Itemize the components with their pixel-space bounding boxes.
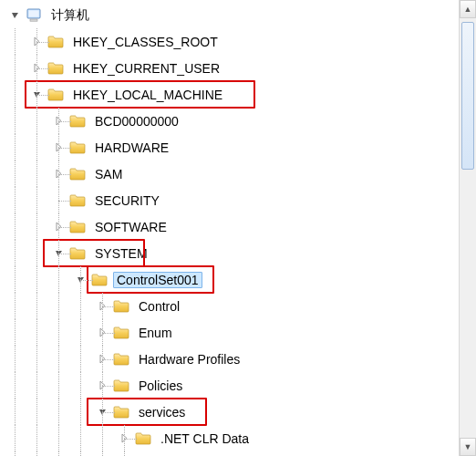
toggle-hwprofiles[interactable]	[91, 346, 113, 372]
toggle-control[interactable]	[91, 293, 113, 319]
tree-item-controlset001[interactable]: ControlSet001	[4, 266, 472, 293]
tree-label: SOFTWARE	[91, 219, 171, 235]
folder-icon	[69, 166, 86, 182]
scroll-track[interactable]	[460, 18, 476, 438]
registry-tree: 计算机 HKEY_CLASSES_ROOT HKEY_CURRENT_USER …	[0, 0, 476, 456]
toggle-system[interactable]	[47, 240, 69, 266]
scroll-down-button[interactable]: ▼	[460, 438, 476, 456]
tree-label: .NET CLR Data	[157, 430, 253, 447]
toggle-computer[interactable]	[4, 2, 26, 28]
toggle-software[interactable]	[47, 213, 69, 240]
toggle-controlset001[interactable]	[69, 266, 91, 293]
tree-item-control[interactable]: Control	[4, 293, 472, 319]
tree-label: SYSTEM	[91, 245, 151, 262]
folder-icon	[47, 34, 64, 50]
folder-icon	[47, 60, 64, 77]
tree-item-system[interactable]: SYSTEM	[4, 240, 472, 266]
tree-item-software[interactable]: SOFTWARE	[4, 213, 472, 240]
tree-root-computer[interactable]: 计算机	[4, 2, 472, 28]
folder-icon	[69, 245, 86, 262]
folder-icon	[113, 378, 129, 394]
toggle-security[interactable]	[47, 187, 69, 213]
tree-item-services[interactable]: services	[4, 399, 472, 425]
root-label: 计算机	[47, 6, 93, 25]
tree-label: HARDWARE	[91, 140, 172, 156]
toggle-bcd[interactable]	[47, 108, 69, 134]
toggle-hkcu[interactable]	[26, 55, 47, 81]
folder-icon	[113, 404, 129, 420]
tree-item-netclrdata[interactable]: .NET CLR Data	[4, 425, 472, 451]
toggle-sam[interactable]	[47, 161, 69, 187]
tree-item-hkcr[interactable]: HKEY_CLASSES_ROOT	[4, 28, 472, 55]
tree-label: HKEY_CURRENT_USER	[69, 60, 223, 77]
scroll-thumb[interactable]	[461, 22, 474, 170]
tree-item-hardware[interactable]: HARDWARE	[4, 134, 472, 161]
toggle-hkcr[interactable]	[26, 28, 47, 55]
vertical-scrollbar[interactable]: ▲ ▼	[459, 0, 476, 456]
toggle-netclrdata[interactable]	[113, 425, 135, 451]
tree-item-bcd[interactable]: BCD00000000	[4, 108, 472, 134]
tree-item-hklm[interactable]: HKEY_LOCAL_MACHINE	[4, 81, 472, 108]
folder-icon	[69, 113, 86, 130]
tree-label: services	[135, 404, 189, 420]
tree-label: Control	[135, 298, 183, 315]
toggle-enum[interactable]	[91, 319, 113, 346]
tree-label: Enum	[135, 325, 176, 341]
scroll-up-button[interactable]: ▲	[460, 0, 476, 18]
tree-label: Hardware Profiles	[135, 351, 243, 368]
tree-label: HKEY_LOCAL_MACHINE	[69, 87, 226, 103]
computer-icon	[26, 7, 42, 24]
tree-item-sam[interactable]: SAM	[4, 161, 472, 187]
toggle-hklm[interactable]	[26, 81, 47, 108]
tree-item-hwprofiles[interactable]: Hardware Profiles	[4, 346, 472, 372]
toggle-services[interactable]	[91, 399, 113, 425]
folder-icon	[113, 325, 129, 341]
tree-label: SAM	[91, 166, 126, 182]
folder-icon	[69, 192, 86, 209]
tree-item-enum[interactable]: Enum	[4, 319, 472, 346]
tree-label: SECURITY	[91, 192, 163, 209]
tree-item-policies[interactable]: Policies	[4, 372, 472, 399]
folder-icon	[135, 430, 151, 447]
tree-label: BCD00000000	[91, 113, 182, 130]
folder-icon	[113, 298, 129, 315]
tree-item-security[interactable]: SECURITY	[4, 187, 472, 213]
toggle-policies[interactable]	[91, 372, 113, 399]
tree-label: Policies	[135, 378, 186, 394]
folder-icon	[91, 272, 108, 288]
toggle-netclrnet[interactable]	[113, 451, 135, 456]
folder-icon	[69, 219, 86, 235]
tree-label: HKEY_CLASSES_ROOT	[69, 34, 222, 50]
tree-label-selected: ControlSet001	[113, 272, 202, 288]
tree-item-hkcu[interactable]: HKEY_CURRENT_USER	[4, 55, 472, 81]
folder-icon	[47, 87, 64, 103]
toggle-hardware[interactable]	[47, 134, 69, 161]
folder-icon	[69, 140, 86, 156]
tree-item-netclrnet[interactable]: .NET CLR Networking	[4, 451, 472, 456]
folder-icon	[113, 351, 129, 368]
